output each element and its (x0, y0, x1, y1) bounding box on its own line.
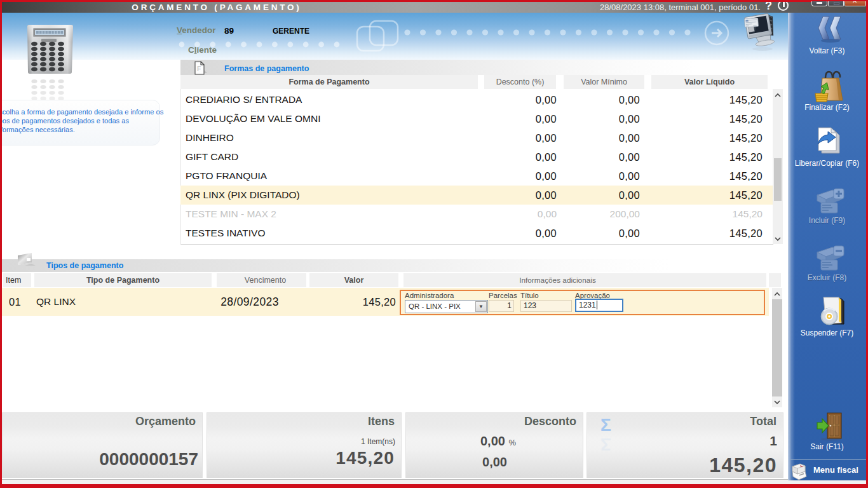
svg-text:F: F (197, 65, 201, 72)
